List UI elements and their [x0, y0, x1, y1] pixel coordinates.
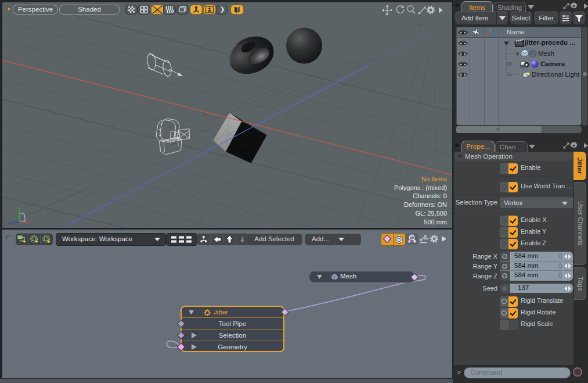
svg-text:Z: Z — [10, 220, 14, 225]
svg-text:X: X — [27, 219, 30, 225]
svg-text:Y: Y — [18, 207, 21, 213]
svg-text:+: + — [35, 239, 38, 245]
svg-text:+: + — [47, 239, 50, 245]
svg-text:+: + — [23, 239, 26, 245]
svg-text:-Z: -Z — [417, 20, 423, 27]
svg-text:+: + — [515, 50, 520, 58]
